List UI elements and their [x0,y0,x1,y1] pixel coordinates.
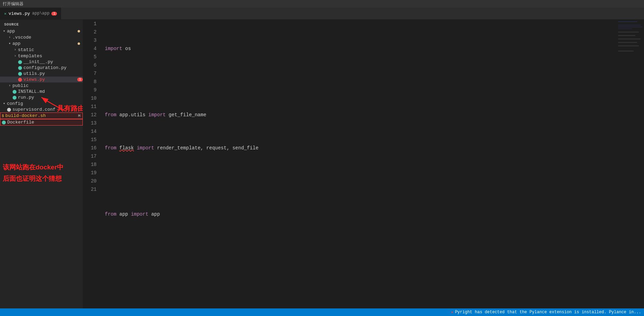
sidebar-item-label: run.py [18,95,83,100]
status-right: ✕ Pyright has detected that the Pylance … [451,309,641,315]
svg-rect-10 [618,46,639,46]
tab-py-icon: ✕ [4,11,7,16]
sidebar-item-vscode[interactable]: › .vscode [0,34,83,40]
sidebar-item-label: views.py [23,77,77,82]
file-py-icon: ⬤ [18,77,22,82]
sidebar-item-config[interactable]: ▾ config [0,100,83,107]
file-conf-icon: ⬤ [7,107,11,112]
sidebar-item-utils-py[interactable]: ⬤ utils.py [0,71,83,77]
code-line-7 [105,243,616,251]
sidebar-item-label: app [12,41,78,46]
sidebar: SOURCE ▾ app › .vscode ▾ app › static › … [0,20,83,308]
sidebar-item-install-md[interactable]: ⬤ INSTALL.md [0,89,83,95]
main-area: SOURCE ▾ app › .vscode ▾ app › static › … [0,20,644,308]
sidebar-item-label: public [12,83,83,88]
sidebar-item-label: INSTALL.md [18,89,83,94]
sidebar-item-views-py[interactable]: ⬤ views.py 1 [0,77,83,82]
svg-rect-3 [618,25,641,26]
svg-rect-7 [618,35,635,36]
sidebar-item-configuration-py[interactable]: ⬤ configuration.py [0,65,83,71]
code-line-6: from app import app [105,210,616,218]
chevron-down-icon: ▾ [1,28,7,34]
annotation-docker1: 该网站跑在docker中 [3,163,63,172]
sidebar-item-build-docker[interactable]: $ build-docker.sh M [0,112,83,119]
file-docker-icon: ⬤ [2,120,6,125]
error-icon: ✕ [451,309,454,315]
tab-bar: ✕ views.py app\app 1 [0,8,644,20]
sidebar-item-label: app [7,29,78,34]
code-line-5 [105,177,616,185]
chevron-down-icon: ▾ [1,101,7,106]
chevron-right-icon: › [12,53,18,59]
sidebar-item-label: __init__.py [23,59,83,65]
sidebar-item-label: build-docker.sh [6,113,78,118]
sidebar-item-dockerfile[interactable]: ⬤ Dockerfile [0,119,83,126]
file-py-icon: ⬤ [18,71,22,76]
sidebar-item-supervisord-conf[interactable]: ⬤ supervisord.conf [0,107,83,112]
file-py-icon: ⬤ [18,66,22,70]
chevron-down-icon: ▾ [7,41,12,46]
status-error-text: Pyright has detected that the Pylance ex… [455,310,641,315]
svg-rect-9 [618,42,637,43]
top-bar-title: 打开编辑器 [3,1,23,7]
sidebar-item-static[interactable]: › static [0,47,83,53]
chevron-right-icon: › [7,34,12,40]
code-line-8 [105,276,616,285]
file-sh-icon: $ [2,114,4,118]
code-area[interactable]: 1 2 3 4 5 6 7 8 9 10 11 12 13 14 15 16 1… [83,20,644,308]
sidebar-item-label: config [7,101,83,106]
sidebar-badge-m: M [78,114,80,118]
svg-rect-5 [618,28,632,29]
tab-badge: 1 [51,12,57,16]
tab-sublabel: app\app [32,11,49,16]
sidebar-item-label: supervisord.conf [12,107,83,112]
svg-rect-4 [618,27,642,27]
tab-label: views.py [9,11,30,16]
annotation-docker2: 后面也证明这个猜想 [3,174,62,183]
status-bar: ✕ Pyright has detected that the Pylance … [0,308,644,316]
sidebar-section-title: SOURCE [0,20,83,28]
code-line-3: from app.utils import get_file_name [105,111,616,119]
sidebar-badge: 1 [77,78,83,81]
dot-modified [78,30,80,32]
sidebar-item-label: .vscode [12,35,83,40]
line-numbers: 1 2 3 4 5 6 7 8 9 10 11 12 13 14 15 16 1… [83,20,99,308]
sidebar-item-templates[interactable]: › templates [0,53,83,59]
svg-rect-2 [618,21,637,22]
code-line-1: import os [105,45,616,53]
sidebar-item-app-folder[interactable]: ▾ app [0,40,83,47]
code-line-4: from flask import render_template, reque… [105,144,616,152]
svg-rect-6 [618,32,639,32]
code-line-2 [105,78,616,86]
sidebar-item-label: static [18,47,83,52]
sidebar-item-init-py[interactable]: ⬤ __init__.py [0,59,83,65]
sidebar-item-label: templates [18,53,83,59]
file-py-icon: ⬤ [18,60,22,64]
sidebar-item-public[interactable]: › public [0,82,83,89]
dot-modified [78,42,80,45]
sidebar-item-label: configuration.py [23,65,83,70]
minimap [616,20,644,308]
tab-views-py[interactable]: ✕ views.py app\app 1 [0,8,61,19]
sidebar-item-app-root[interactable]: ▾ app [0,28,83,34]
status-error: ✕ Pyright has detected that the Pylance … [451,309,641,315]
file-md-icon: ⬤ [12,89,17,94]
svg-rect-11 [618,51,634,51]
top-bar: 打开编辑器 [0,0,644,8]
code-lines: import os from app.utils import get_file… [99,20,616,308]
sidebar-item-label: utils.py [23,71,83,76]
chevron-right-icon: › [7,83,12,88]
minimap-svg [616,20,644,192]
sidebar-item-label: Dockerfile [7,120,82,125]
editor: 1 2 3 4 5 6 7 8 9 10 11 12 13 14 15 16 1… [83,20,644,308]
chevron-right-icon: › [12,47,18,52]
file-py-icon: ⬤ [12,95,17,100]
svg-rect-8 [618,39,641,39]
sidebar-item-run-py[interactable]: ⬤ run.py [0,95,83,100]
